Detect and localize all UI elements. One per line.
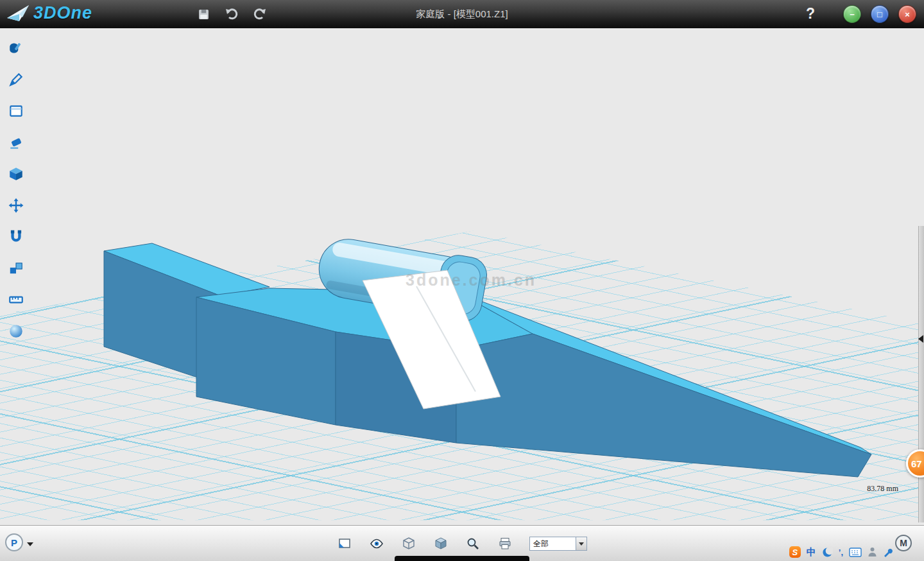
left-toolbar — [0, 28, 32, 525]
zoom-region-icon — [466, 537, 480, 551]
plane-view-icon — [338, 537, 352, 551]
dimension-label: 83.78 mm — [867, 484, 898, 494]
plane-view-button[interactable] — [337, 536, 352, 551]
profile-label: P — [11, 537, 17, 548]
paint-icon — [8, 71, 24, 88]
sketch-plane-icon — [8, 103, 24, 119]
maximize-button[interactable]: □ — [871, 5, 889, 23]
sketch-plane-button[interactable] — [4, 100, 28, 122]
display-filter-select[interactable]: 全部 — [529, 537, 587, 551]
shaded-button[interactable] — [433, 536, 449, 551]
solid-cube-icon — [8, 166, 24, 182]
render-sphere-button[interactable] — [4, 320, 28, 342]
library-button[interactable] — [4, 37, 28, 59]
help-icon: ? — [806, 5, 815, 22]
wireframe-cube-icon — [402, 537, 416, 551]
wrench-icon[interactable] — [883, 547, 893, 557]
close-icon: × — [905, 10, 910, 19]
mode-label: M — [900, 538, 907, 548]
wireframe-button[interactable] — [401, 536, 416, 551]
ruler-icon — [8, 291, 24, 308]
zoom-button[interactable] — [465, 536, 481, 551]
move-icon — [8, 197, 24, 214]
watermark: 3done.com.cn — [406, 271, 536, 289]
keyboard-icon[interactable] — [849, 548, 862, 557]
maximize-icon: □ — [877, 10, 882, 19]
app-window: 3DOne — [0, 0, 924, 561]
visibility-eye-icon — [369, 537, 384, 551]
magnet-icon — [8, 229, 24, 245]
magnet-button[interactable] — [4, 226, 28, 248]
title-bar[interactable]: 3DOne — [0, 0, 924, 28]
display-filter-value: 全部 — [530, 539, 576, 549]
chevron-down-icon — [579, 542, 584, 546]
collapse-arrow-icon[interactable] — [918, 335, 923, 343]
move-button[interactable] — [4, 194, 28, 216]
visibility-button[interactable] — [369, 536, 384, 551]
viewport[interactable]: 3done.com.cn 83.78 mm 67 — [0, 28, 924, 525]
mode-button[interactable]: M — [895, 535, 912, 551]
library-icon — [8, 40, 24, 56]
assembly-button[interactable] — [4, 257, 28, 279]
taskbar-peek[interactable] — [395, 556, 529, 561]
person-icon[interactable] — [868, 547, 877, 557]
moon-icon[interactable] — [822, 547, 833, 558]
document-title: 家庭版 - [模型001.Z1] — [0, 8, 924, 21]
help-button[interactable]: ? — [801, 4, 820, 23]
profile-dropdown-icon[interactable] — [27, 542, 33, 546]
close-button[interactable]: × — [898, 5, 916, 23]
assembly-icon — [8, 260, 24, 277]
side-panel-tab[interactable] — [918, 226, 924, 522]
ime-bar: S 中 ’, — [789, 545, 893, 559]
sogou-icon[interactable]: S — [789, 546, 801, 558]
print-button[interactable] — [497, 536, 513, 551]
status-bar: P — [0, 525, 924, 561]
minimize-icon: − — [850, 10, 855, 19]
combo-dropdown-button[interactable] — [576, 537, 586, 550]
print-icon — [498, 537, 512, 551]
eraser-button[interactable] — [4, 132, 28, 153]
eraser-icon — [8, 134, 24, 151]
profile-button[interactable]: P — [5, 533, 23, 551]
solid-cube-button[interactable] — [4, 163, 28, 185]
ime-language-toggle[interactable]: 中 — [807, 546, 816, 558]
paint-button[interactable] — [4, 69, 28, 91]
badge-count: 67 — [911, 458, 922, 469]
punctuation-icon[interactable]: ’, — [839, 548, 843, 557]
ruler-button[interactable] — [4, 289, 28, 311]
minimize-button[interactable]: − — [843, 5, 861, 23]
render-sphere-icon — [8, 323, 24, 340]
shaded-cube-icon — [434, 537, 448, 551]
